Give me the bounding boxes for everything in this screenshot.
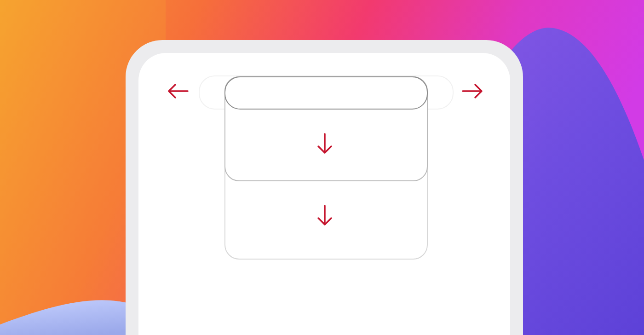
expansion-state-pill [224, 76, 428, 110]
arrow-down-icon [315, 132, 335, 155]
arrow-down-icon [315, 204, 335, 227]
illustration-stage [0, 0, 644, 335]
arrow-left-icon [167, 81, 190, 101]
arrow-right-icon [461, 81, 484, 101]
